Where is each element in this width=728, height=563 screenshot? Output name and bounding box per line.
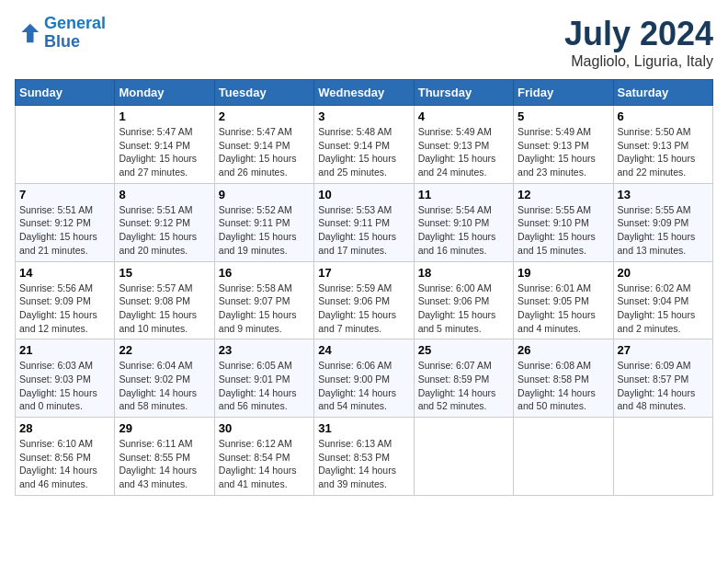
day-number: 11 (418, 188, 509, 201)
weekday-header-friday: Friday (514, 80, 613, 106)
calendar-cell: 14Sunrise: 5:56 AM Sunset: 9:09 PM Dayli… (16, 261, 115, 339)
calendar-cell: 11Sunrise: 5:54 AM Sunset: 9:10 PM Dayli… (414, 183, 513, 261)
day-number: 2 (219, 109, 310, 123)
calendar-cell: 20Sunrise: 6:02 AM Sunset: 9:04 PM Dayli… (613, 261, 712, 339)
day-info: Sunrise: 5:55 AM Sunset: 9:09 PM Dayligh… (618, 203, 709, 258)
day-info: Sunrise: 5:57 AM Sunset: 9:08 PM Dayligh… (119, 282, 210, 336)
page-header: General Blue July 2024 Magliolo, Liguria… (15, 15, 713, 70)
calendar-cell: 23Sunrise: 6:05 AM Sunset: 9:01 PM Dayli… (214, 339, 313, 418)
day-info: Sunrise: 6:11 AM Sunset: 8:55 PM Dayligh… (119, 437, 210, 491)
calendar-cell: 24Sunrise: 6:06 AM Sunset: 9:00 PM Dayli… (314, 339, 414, 418)
day-number: 28 (19, 421, 110, 435)
day-info: Sunrise: 5:50 AM Sunset: 9:13 PM Dayligh… (618, 125, 709, 179)
day-number: 20 (618, 266, 709, 280)
day-info: Sunrise: 6:08 AM Sunset: 8:58 PM Dayligh… (518, 359, 609, 413)
day-info: Sunrise: 5:59 AM Sunset: 9:06 PM Dayligh… (318, 282, 409, 336)
calendar-week-row: 7Sunrise: 5:51 AM Sunset: 9:12 PM Daylig… (16, 183, 713, 261)
day-info: Sunrise: 5:49 AM Sunset: 9:13 PM Dayligh… (418, 125, 509, 179)
day-info: Sunrise: 5:47 AM Sunset: 9:14 PM Dayligh… (119, 125, 210, 179)
calendar-cell (514, 418, 613, 496)
title-block: July 2024 Magliolo, Liguria, Italy (564, 15, 713, 70)
day-info: Sunrise: 5:47 AM Sunset: 9:14 PM Dayligh… (219, 125, 310, 179)
day-number: 23 (219, 343, 310, 357)
day-number: 4 (418, 109, 509, 123)
day-number: 12 (518, 188, 609, 201)
day-number: 8 (119, 188, 210, 201)
day-number: 24 (318, 343, 409, 357)
logo: General Blue (15, 15, 106, 52)
weekday-header-monday: Monday (115, 80, 214, 106)
day-info: Sunrise: 5:54 AM Sunset: 9:10 PM Dayligh… (418, 203, 509, 258)
day-number: 1 (119, 109, 210, 123)
day-info: Sunrise: 6:04 AM Sunset: 9:02 PM Dayligh… (119, 359, 210, 413)
day-info: Sunrise: 6:00 AM Sunset: 9:06 PM Dayligh… (418, 282, 509, 336)
day-info: Sunrise: 5:53 AM Sunset: 9:11 PM Dayligh… (318, 203, 409, 258)
calendar-cell: 19Sunrise: 6:01 AM Sunset: 9:05 PM Dayli… (514, 261, 613, 339)
calendar-cell (16, 106, 115, 184)
day-info: Sunrise: 5:55 AM Sunset: 9:10 PM Dayligh… (518, 203, 609, 258)
calendar-cell: 5Sunrise: 5:49 AM Sunset: 9:13 PM Daylig… (514, 106, 613, 184)
calendar-table: SundayMondayTuesdayWednesdayThursdayFrid… (15, 79, 713, 496)
day-info: Sunrise: 6:03 AM Sunset: 9:03 PM Dayligh… (19, 359, 110, 413)
calendar-cell: 4Sunrise: 5:49 AM Sunset: 9:13 PM Daylig… (414, 106, 513, 184)
calendar-cell: 26Sunrise: 6:08 AM Sunset: 8:58 PM Dayli… (514, 339, 613, 418)
day-number: 3 (318, 109, 409, 123)
day-number: 16 (219, 266, 310, 280)
day-number: 5 (518, 109, 609, 123)
logo-icon (15, 20, 40, 46)
day-number: 29 (119, 421, 210, 435)
calendar-header-row: SundayMondayTuesdayWednesdayThursdayFrid… (16, 80, 713, 106)
day-info: Sunrise: 6:13 AM Sunset: 8:53 PM Dayligh… (318, 437, 409, 491)
day-number: 30 (219, 421, 310, 435)
calendar-cell: 28Sunrise: 6:10 AM Sunset: 8:56 PM Dayli… (16, 418, 115, 496)
day-info: Sunrise: 5:49 AM Sunset: 9:13 PM Dayligh… (518, 125, 609, 179)
calendar-cell: 9Sunrise: 5:52 AM Sunset: 9:11 PM Daylig… (214, 183, 313, 261)
day-info: Sunrise: 6:06 AM Sunset: 9:00 PM Dayligh… (318, 359, 409, 413)
day-number: 21 (19, 343, 110, 357)
calendar-cell: 6Sunrise: 5:50 AM Sunset: 9:13 PM Daylig… (613, 106, 712, 184)
day-info: Sunrise: 5:51 AM Sunset: 9:12 PM Dayligh… (119, 203, 210, 258)
day-number: 7 (19, 188, 110, 201)
calendar-cell: 13Sunrise: 5:55 AM Sunset: 9:09 PM Dayli… (613, 183, 712, 261)
calendar-cell: 2Sunrise: 5:47 AM Sunset: 9:14 PM Daylig… (214, 106, 313, 184)
calendar-subtitle: Magliolo, Liguria, Italy (564, 53, 713, 70)
calendar-week-row: 28Sunrise: 6:10 AM Sunset: 8:56 PM Dayli… (16, 418, 713, 496)
day-number: 27 (618, 343, 709, 357)
calendar-cell: 21Sunrise: 6:03 AM Sunset: 9:03 PM Dayli… (16, 339, 115, 418)
calendar-cell (414, 418, 513, 496)
day-number: 26 (518, 343, 609, 357)
calendar-cell: 16Sunrise: 5:58 AM Sunset: 9:07 PM Dayli… (214, 261, 313, 339)
day-info: Sunrise: 5:48 AM Sunset: 9:14 PM Dayligh… (318, 125, 409, 179)
day-number: 31 (318, 421, 409, 435)
day-info: Sunrise: 6:02 AM Sunset: 9:04 PM Dayligh… (618, 282, 709, 336)
day-info: Sunrise: 6:07 AM Sunset: 8:59 PM Dayligh… (418, 359, 509, 413)
calendar-cell: 25Sunrise: 6:07 AM Sunset: 8:59 PM Dayli… (414, 339, 513, 418)
calendar-cell: 18Sunrise: 6:00 AM Sunset: 9:06 PM Dayli… (414, 261, 513, 339)
day-number: 9 (219, 188, 310, 201)
day-number: 13 (618, 188, 709, 201)
logo-text-line1: General (44, 15, 106, 33)
weekday-header-sunday: Sunday (16, 80, 115, 106)
day-number: 6 (618, 109, 709, 123)
day-info: Sunrise: 6:05 AM Sunset: 9:01 PM Dayligh… (219, 359, 310, 413)
day-info: Sunrise: 6:12 AM Sunset: 8:54 PM Dayligh… (219, 437, 310, 491)
calendar-cell: 12Sunrise: 5:55 AM Sunset: 9:10 PM Dayli… (514, 183, 613, 261)
day-info: Sunrise: 5:58 AM Sunset: 9:07 PM Dayligh… (219, 282, 310, 336)
calendar-cell: 30Sunrise: 6:12 AM Sunset: 8:54 PM Dayli… (214, 418, 313, 496)
day-info: Sunrise: 5:52 AM Sunset: 9:11 PM Dayligh… (219, 203, 310, 258)
calendar-cell: 3Sunrise: 5:48 AM Sunset: 9:14 PM Daylig… (314, 106, 414, 184)
calendar-cell: 8Sunrise: 5:51 AM Sunset: 9:12 PM Daylig… (115, 183, 214, 261)
day-number: 25 (418, 343, 509, 357)
weekday-header-wednesday: Wednesday (314, 80, 414, 106)
calendar-cell: 7Sunrise: 5:51 AM Sunset: 9:12 PM Daylig… (16, 183, 115, 261)
calendar-cell: 17Sunrise: 5:59 AM Sunset: 9:06 PM Dayli… (314, 261, 414, 339)
weekday-header-thursday: Thursday (414, 80, 513, 106)
day-number: 17 (318, 266, 409, 280)
calendar-week-row: 1Sunrise: 5:47 AM Sunset: 9:14 PM Daylig… (16, 106, 713, 184)
day-number: 18 (418, 266, 509, 280)
day-info: Sunrise: 6:10 AM Sunset: 8:56 PM Dayligh… (19, 437, 110, 491)
day-number: 14 (19, 266, 110, 280)
day-number: 22 (119, 343, 210, 357)
day-info: Sunrise: 5:51 AM Sunset: 9:12 PM Dayligh… (19, 203, 110, 258)
calendar-cell: 15Sunrise: 5:57 AM Sunset: 9:08 PM Dayli… (115, 261, 214, 339)
